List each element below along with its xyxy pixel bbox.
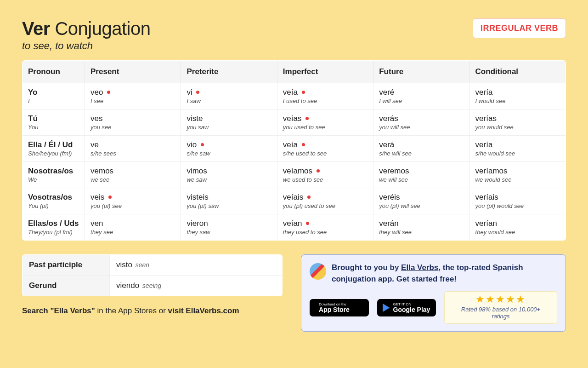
irregular-dot-icon bbox=[302, 91, 305, 94]
participles-table: Past participlevisto seenGerundviendo se… bbox=[22, 254, 283, 296]
conj-cell: veis you (pl) see bbox=[85, 188, 181, 214]
promo-box: Brought to you by Ella Verbs, the top-ra… bbox=[301, 254, 566, 332]
conj-cell: vemoswe see bbox=[85, 162, 181, 188]
conj-cell: verás/he will see bbox=[373, 136, 469, 162]
conj-form: veíais bbox=[283, 193, 368, 202]
col-conditional: Conditional bbox=[469, 61, 565, 83]
app-store-button[interactable]: Download on theApp Store bbox=[310, 299, 369, 316]
col-future: Future bbox=[373, 61, 469, 83]
pronoun-cell: Vosotras/osYou (pl) bbox=[23, 188, 85, 214]
conj-form: verías bbox=[475, 114, 560, 123]
conj-form: verás bbox=[379, 114, 464, 123]
conj-cell: veríanthey would see bbox=[469, 214, 565, 241]
conj-form: veíamos bbox=[283, 167, 368, 176]
conj-cell: visteisyou (pl) saw bbox=[181, 188, 277, 214]
google-play-icon bbox=[383, 304, 390, 312]
pronoun-gloss: You bbox=[28, 124, 79, 131]
table-row: Vosotras/osYou (pl)veis you (pl) seevist… bbox=[23, 188, 566, 214]
conj-cell: veríasyou would see bbox=[469, 109, 565, 136]
conj-cell: ves/he sees bbox=[85, 136, 181, 162]
pronoun-cell: Nosotras/osWe bbox=[23, 162, 85, 188]
conj-gloss: they will see bbox=[379, 229, 464, 236]
participle-label: Gerund bbox=[23, 276, 110, 296]
pronoun: Vosotras/os bbox=[28, 193, 79, 202]
promo-text: Brought to you by Ella Verbs, the top-ra… bbox=[332, 262, 557, 285]
table-row: TúYouvesyou seevisteyou sawveías you use… bbox=[23, 109, 566, 136]
pronoun-gloss: I bbox=[28, 98, 79, 104]
rating-text: Rated 98% based on 10,000+ ratings bbox=[452, 306, 549, 320]
conj-cell: veíais you (pl) used to see bbox=[277, 188, 373, 214]
conj-cell: veremoswe will see bbox=[373, 162, 469, 188]
conj-form: vimos bbox=[187, 167, 271, 176]
conj-gloss: you (pl) will see bbox=[379, 202, 464, 209]
ella-verbs-link[interactable]: Ella Verbs bbox=[401, 263, 438, 272]
conj-gloss: they saw bbox=[187, 229, 271, 236]
conj-form: veis bbox=[90, 193, 175, 202]
conj-form: verán bbox=[379, 219, 464, 228]
conj-gloss: we used to see bbox=[283, 176, 368, 183]
conj-gloss: you see bbox=[90, 124, 175, 131]
conj-gloss: you (pl) see bbox=[90, 202, 175, 209]
conj-gloss: I see bbox=[90, 98, 175, 104]
conj-form: viste bbox=[187, 114, 271, 123]
irregular-dot-icon bbox=[108, 196, 112, 199]
conj-gloss: they see bbox=[90, 229, 175, 236]
conj-cell: veo I see bbox=[85, 83, 181, 109]
participle-row: Past participlevisto seen bbox=[23, 255, 283, 276]
google-play-button[interactable]: GET IT ONGoogle Play bbox=[377, 299, 436, 316]
pronoun-gloss: We bbox=[28, 176, 79, 183]
conj-gloss: you saw bbox=[187, 124, 271, 131]
conj-form: veían bbox=[283, 219, 368, 228]
conj-gloss: I used to see bbox=[283, 98, 368, 104]
visit-site-link[interactable]: visit EllaVerbs.com bbox=[168, 306, 239, 315]
irregular-dot-icon bbox=[302, 143, 305, 146]
conj-gloss: you (pl) used to see bbox=[283, 202, 368, 209]
pronoun-gloss: She/he/you (fml) bbox=[28, 150, 79, 157]
irregular-badge: IRREGULAR VERB bbox=[473, 18, 566, 38]
table-row: Ellas/os / UdsThey/you (pl fml)venthey s… bbox=[23, 214, 566, 241]
pronoun: Ella / Él / Ud bbox=[28, 140, 79, 150]
pronoun-cell: Ellas/os / UdsThey/you (pl fml) bbox=[23, 214, 85, 241]
pronoun-cell: YoI bbox=[23, 83, 85, 109]
conj-gloss: you (pl) saw bbox=[187, 202, 271, 209]
conj-cell: veréisyou (pl) will see bbox=[373, 188, 469, 214]
conj-cell: vi I saw bbox=[181, 83, 277, 109]
conj-gloss: s/he sees bbox=[90, 150, 175, 157]
verb-meaning: to see, to watch bbox=[22, 40, 150, 52]
conj-cell: verásyou will see bbox=[373, 109, 469, 136]
irregular-dot-icon bbox=[317, 169, 320, 172]
conj-form: vería bbox=[475, 88, 560, 97]
conj-gloss: s/he saw bbox=[187, 150, 271, 157]
col-pronoun: Pronoun bbox=[23, 61, 85, 83]
conj-cell: veríamoswe would see bbox=[469, 162, 565, 188]
ella-verbs-logo-icon bbox=[310, 263, 326, 280]
participle-label: Past participle bbox=[23, 255, 110, 276]
conj-form: veréis bbox=[379, 193, 464, 202]
conj-form: veríamos bbox=[475, 167, 560, 176]
conj-form: veremos bbox=[379, 167, 464, 176]
conj-cell: veríaisyou (pl) would see bbox=[469, 188, 565, 214]
pronoun-gloss: You (pl) bbox=[28, 202, 79, 209]
conj-cell: vio s/he saw bbox=[181, 136, 277, 162]
conj-gloss: you used to see bbox=[283, 124, 368, 131]
conj-form: vieron bbox=[187, 219, 271, 228]
conjugation-table: PronounPresentPreteriteImperfectFutureCo… bbox=[22, 60, 566, 241]
rating-box: ★★★★★ Rated 98% based on 10,000+ ratings bbox=[444, 291, 557, 324]
conj-gloss: s/he will see bbox=[379, 150, 464, 157]
pronoun: Yo bbox=[28, 88, 79, 97]
conj-gloss: I saw bbox=[187, 98, 271, 104]
conj-form: vería bbox=[475, 140, 560, 150]
irregular-dot-icon bbox=[307, 196, 311, 199]
conj-cell: verías/he would see bbox=[469, 136, 565, 162]
pronoun: Nosotras/os bbox=[28, 167, 79, 176]
conj-form: vio bbox=[187, 140, 271, 150]
participle-row: Gerundviendo seeing bbox=[23, 276, 283, 296]
conj-gloss: I will see bbox=[379, 98, 464, 104]
conj-cell: veías you used to see bbox=[277, 109, 373, 136]
table-row: Nosotras/osWevemoswe seevimoswe sawveíam… bbox=[23, 162, 566, 188]
conj-cell: veía I used to see bbox=[277, 83, 373, 109]
col-preterite: Preterite bbox=[181, 61, 277, 83]
conj-form: veríais bbox=[475, 193, 560, 202]
irregular-dot-icon bbox=[306, 222, 309, 225]
conj-cell: venthey see bbox=[85, 214, 181, 241]
